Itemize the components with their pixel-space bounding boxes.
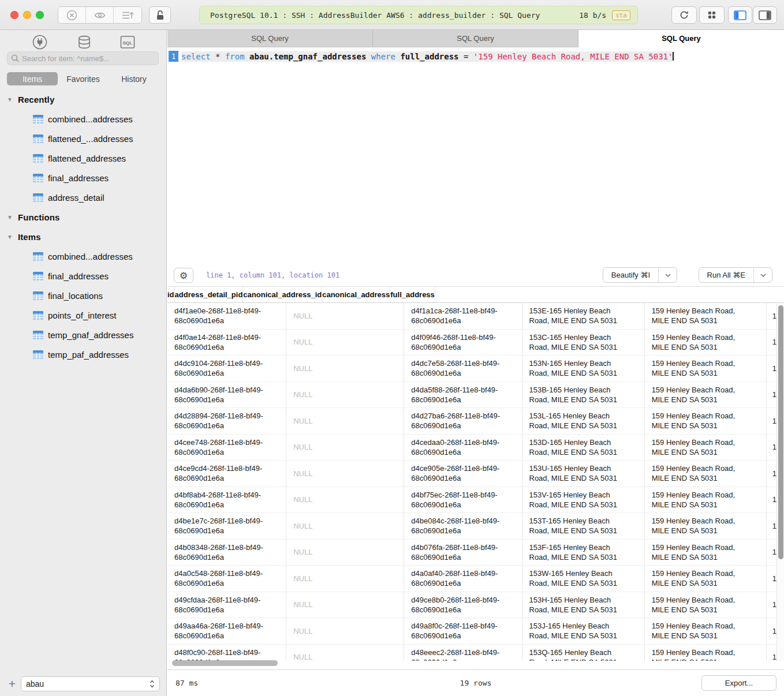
table-row[interactable]: d4a0c548-268f-11e8-bf49-68c0690d1e6a NUL… [167, 566, 776, 592]
cell-next-column-fragment[interactable]: 1 [767, 513, 776, 539]
cell-full-address[interactable]: 159 Henley Beach Road, MILE END SA 5031 [645, 356, 767, 381]
cell-id[interactable]: d4f1ae0e-268f-11e8-bf49-68c0690d1e6a [167, 303, 286, 329]
cell-canonical-address[interactable]: 153F-165 Henley Beach Road, MILE END SA … [522, 540, 645, 566]
cell-next-column-fragment[interactable]: 1 [767, 487, 776, 513]
beautify-dropdown-button[interactable] [658, 268, 677, 282]
column-header[interactable]: address_detail_pid [175, 287, 244, 302]
cell-full-address[interactable]: 159 Henley Beach Road, MILE END SA 5031 [645, 618, 767, 644]
cell-canonical-address[interactable]: 153C-165 Henley Beach Road, MILE END SA … [522, 330, 645, 356]
export-button[interactable]: Export... [701, 675, 776, 691]
toggle-right-panel-button[interactable] [753, 6, 777, 24]
cell-next-column-fragment[interactable]: 1 [767, 592, 776, 618]
cell-next-column-fragment[interactable]: 1 [767, 566, 776, 592]
cell-canonical-address[interactable]: 153B-165 Henley Beach Road, MILE END SA … [522, 382, 645, 408]
cell-address-detail-pid[interactable]: NULL [286, 461, 404, 487]
cell-address-detail-pid[interactable]: NULL [286, 303, 404, 329]
table-row[interactable]: d49aa46a-268f-11e8-bf49-68c0690d1e6a NUL… [167, 618, 776, 645]
cell-canonical-address[interactable]: 153J-165 Henley Beach Road, MILE END SA … [522, 618, 645, 644]
horizontal-scrollbar-thumb[interactable] [172, 660, 278, 666]
cell-canonical-address-id[interactable]: d4cedaa0-268f-11e8-bf49-68c0690d1e6a [404, 435, 522, 461]
cell-address-detail-pid[interactable]: NULL [286, 487, 404, 513]
disclosure-triangle-icon[interactable]: ▼ [7, 96, 13, 103]
cell-next-column-fragment[interactable]: 1 [767, 408, 776, 434]
cell-full-address[interactable]: 159 Henley Beach Road, MILE END SA 5031 [645, 408, 767, 434]
cell-canonical-address-id[interactable]: d4d27ba6-268f-11e8-bf49-68c0690d1e6a [404, 408, 522, 434]
cell-canonical-address[interactable]: 153U-165 Henley Beach Road, MILE END SA … [522, 461, 645, 487]
cell-canonical-address-id[interactable]: d49ce8b0-268f-11e8-bf49-68c0690d1e6a [404, 592, 522, 618]
cell-id[interactable]: d4a0c548-268f-11e8-bf49-68c0690d1e6a [167, 566, 286, 592]
cell-address-detail-pid[interactable]: NULL [286, 645, 404, 661]
sidebar-tree-row[interactable]: combined...addresses [0, 109, 166, 129]
cell-canonical-address-id[interactable]: d4ce905e-268f-11e8-bf49-68c0690d1e6a [404, 461, 522, 487]
cell-id[interactable]: d4b08348-268f-11e8-bf49-68c0690d1e6a [167, 540, 286, 566]
sidebar-tab[interactable]: Favorites [58, 72, 109, 85]
sidebar-tree-row[interactable]: ▼ Recently [0, 89, 166, 109]
cell-address-detail-pid[interactable]: NULL [286, 566, 404, 592]
cell-id[interactable]: d49cfdaa-268f-11e8-bf49-68c0690d1e6a [167, 592, 286, 618]
cell-address-detail-pid[interactable]: NULL [286, 408, 404, 434]
cell-id[interactable]: d4f0ae14-268f-11e8-bf49-68c0690d1e6a [167, 330, 286, 356]
cell-id[interactable]: d4da6b90-268f-11e8-bf49-68c0690d1e6a [167, 382, 286, 408]
search-input[interactable] [22, 54, 155, 63]
column-header[interactable]: full_address [390, 287, 435, 302]
cell-next-column-fragment[interactable]: 1 [767, 382, 776, 408]
vertical-scrollbar-thumb[interactable] [778, 305, 783, 559]
cell-canonical-address-id[interactable]: d4b076fa-268f-11e8-bf49-68c0690d1e6a [404, 540, 522, 566]
cell-full-address[interactable]: 159 Henley Beach Road, MILE END SA 5031 [645, 645, 767, 661]
connection-status-pill[interactable]: PostgreSQL 10.1 : SSH : AddressBuilder A… [199, 6, 638, 24]
table-row[interactable]: d4dc9104-268f-11e8-bf49-68c0690d1e6a NUL… [167, 356, 776, 382]
cell-address-detail-pid[interactable]: NULL [286, 330, 404, 356]
log-button[interactable] [114, 7, 141, 23]
cell-id[interactable]: d4bf8ab4-268f-11e8-bf49-68c0690d1e6a [167, 487, 286, 513]
sidebar-tree-row[interactable]: flattened_addresses [0, 148, 166, 168]
sql-file-icon[interactable]: SQL [120, 35, 135, 49]
cell-canonical-address[interactable]: 153V-165 Henley Beach Road, MILE END SA … [522, 487, 645, 513]
table-row[interactable]: d4b08348-268f-11e8-bf49-68c0690d1e6a NUL… [167, 540, 776, 566]
cell-canonical-address-id[interactable]: d49a8f0c-268f-11e8-bf49-68c0690d1e6a [404, 618, 522, 644]
cell-full-address[interactable]: 159 Henley Beach Road, MILE END SA 5031 [645, 382, 767, 408]
sidebar-tree-row[interactable]: temp_paf_addresses [0, 345, 166, 364]
cell-canonical-address-id[interactable]: d4da5f88-268f-11e8-bf49-68c0690d1e6a [404, 382, 522, 408]
table-row[interactable]: d49cfdaa-268f-11e8-bf49-68c0690d1e6a NUL… [167, 592, 776, 619]
editor-settings-button[interactable]: ⚙ [174, 268, 193, 283]
sidebar-tree-row[interactable]: final_addresses [0, 168, 166, 188]
cell-address-detail-pid[interactable]: NULL [286, 382, 404, 408]
beautify-button-label[interactable]: Beautify ⌘I [603, 268, 658, 282]
disclosure-triangle-icon[interactable]: ▼ [7, 214, 13, 220]
column-header[interactable]: canonical_address_id [243, 287, 322, 302]
cell-full-address[interactable]: 159 Henley Beach Road, MILE END SA 5031 [645, 487, 767, 513]
close-item-button[interactable] [58, 7, 86, 23]
column-header[interactable]: id [167, 287, 175, 302]
table-row[interactable]: d48f0c90-268f-11e8-bf49-68c0690d1e6a NUL… [167, 645, 776, 661]
cell-canonical-address-id[interactable]: d4dc7e58-268f-11e8-bf49-68c0690d1e6a [404, 356, 522, 381]
sidebar-tree-row[interactable]: combined...addresses [0, 246, 166, 266]
disclosure-triangle-icon[interactable]: ▼ [7, 234, 13, 240]
cell-full-address[interactable]: 159 Henley Beach Road, MILE END SA 5031 [645, 303, 767, 329]
cell-next-column-fragment[interactable]: 1 [767, 618, 776, 644]
cell-address-detail-pid[interactable]: NULL [286, 356, 404, 381]
cell-canonical-address-id[interactable]: d4a0af40-268f-11e8-bf49-68c0690d1e6a [404, 566, 522, 592]
database-icon[interactable] [76, 34, 92, 50]
refresh-button[interactable] [671, 6, 697, 24]
cell-id[interactable]: d4dc9104-268f-11e8-bf49-68c0690d1e6a [167, 356, 286, 381]
cell-full-address[interactable]: 159 Henley Beach Road, MILE END SA 5031 [645, 566, 767, 592]
table-row[interactable]: d4ce9cd4-268f-11e8-bf49-68c0690d1e6a NUL… [167, 461, 776, 487]
table-row[interactable]: d4da6b90-268f-11e8-bf49-68c0690d1e6a NUL… [167, 382, 776, 409]
sidebar-tree-row[interactable]: address_detail [0, 188, 166, 207]
toggle-left-panel-button[interactable] [728, 6, 752, 24]
cell-full-address[interactable]: 159 Henley Beach Road, MILE END SA 5031 [645, 592, 767, 618]
sidebar-tree-row[interactable]: ▼ Functions [0, 207, 166, 227]
sidebar-tab[interactable]: History [109, 72, 159, 85]
cell-next-column-fragment[interactable]: 1 [767, 435, 776, 461]
cell-canonical-address[interactable]: 153N-165 Henley Beach Road, MILE END SA … [522, 356, 645, 381]
cell-full-address[interactable]: 159 Henley Beach Road, MILE END SA 5031 [645, 435, 767, 461]
cell-next-column-fragment[interactable]: 1 [767, 461, 776, 487]
cell-id[interactable]: d48f0c90-268f-11e8-bf49-68c0690d1e6a [167, 645, 286, 661]
cell-canonical-address-id[interactable]: d4be084c-268f-11e8-bf49-68c0690d1e6a [404, 513, 522, 539]
cell-next-column-fragment[interactable]: 1 [767, 645, 776, 661]
sql-query-tab[interactable]: SQL Query [373, 30, 578, 47]
cell-canonical-address[interactable]: 153W-165 Henley Beach Road, MILE END SA … [522, 566, 645, 592]
cell-canonical-address[interactable]: 153L-165 Henley Beach Road, MILE END SA … [522, 408, 645, 434]
sidebar-tree-row[interactable]: points_of_interest [0, 305, 166, 325]
cell-canonical-address-id[interactable]: d4f09f46-268f-11e8-bf49-68c0690d1e6a [404, 330, 522, 356]
